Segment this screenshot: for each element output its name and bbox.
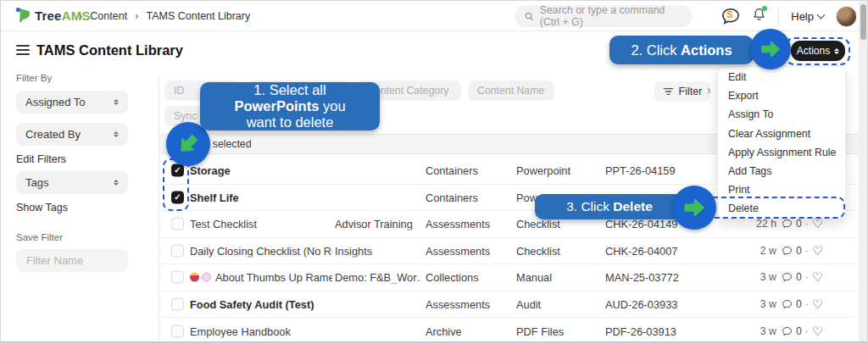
- step3-arrow-icon: [672, 186, 716, 230]
- save-filter-label: Save Filter: [16, 232, 63, 242]
- table-row[interactable]: Daily Closing Checklist (No RevInsightsA…: [159, 238, 861, 265]
- select-arrows-icon: [114, 131, 119, 137]
- row-social: 0·♡: [782, 325, 823, 338]
- hamburger-menu-icon[interactable]: [16, 45, 30, 55]
- scrollbar-thumb[interactable]: [860, 4, 866, 40]
- menu-item-edit[interactable]: Edit: [718, 68, 845, 86]
- row-name: Test Checklist: [190, 218, 332, 230]
- comment-icon[interactable]: [782, 299, 793, 309]
- row-social: 0·♡: [782, 217, 823, 230]
- filter-button[interactable]: Filter: [654, 81, 710, 102]
- ramen-emoji-icon: [190, 273, 211, 282]
- callout-step1: 1. Select all PowerPoints you want to de…: [200, 82, 380, 130]
- actions-dropdown-menu: EditExportAssign ToClear AssignmentApply…: [717, 66, 846, 219]
- chevron-right-icon[interactable]: ›: [707, 83, 711, 97]
- filter-chip[interactable]: Content Name: [468, 80, 554, 101]
- table-row[interactable]: Food Safety Audit (Test)AssessmentsAudit…: [159, 291, 861, 319]
- filter-lines-icon: [663, 86, 674, 97]
- row-name: Employee Handbook: [190, 325, 332, 337]
- heart-icon[interactable]: ♡: [812, 217, 823, 230]
- menu-item-add-tags[interactable]: Add Tags: [718, 162, 845, 180]
- row-social: 0·♡: [782, 244, 823, 258]
- delete-item-highlight: [705, 197, 845, 219]
- row-type: Powerpoint: [516, 164, 570, 177]
- row-category: Containers: [426, 164, 478, 177]
- help-menu[interactable]: Help: [791, 10, 824, 23]
- row-type: PDF Files: [516, 325, 564, 337]
- row-type: Checklist: [516, 218, 560, 230]
- assigned-to-select[interactable]: Assigned To: [16, 91, 128, 114]
- row-age: 2 w: [724, 245, 776, 257]
- heart-icon[interactable]: ♡: [812, 270, 823, 284]
- actions-button-highlight: [785, 37, 850, 65]
- row-checkbox[interactable]: [171, 271, 184, 284]
- breadcrumb: › Content › TAMS Content Library: [79, 9, 250, 22]
- row-social: 0·♡: [782, 270, 823, 284]
- filter-name-input[interactable]: Filter Name: [16, 249, 128, 272]
- row-checkbox[interactable]: [171, 244, 184, 257]
- row-folder: Demo: F&B_Wor…: [335, 271, 421, 284]
- edit-filters-link[interactable]: Edit Filters: [16, 153, 66, 165]
- tags-select[interactable]: Tags: [16, 171, 128, 194]
- comment-icon[interactable]: [782, 219, 793, 229]
- global-search-input[interactable]: Search or type a command (Ctrl + G): [515, 5, 693, 27]
- created-by-select[interactable]: Created By: [16, 123, 128, 146]
- row-type: Checklist: [516, 244, 560, 257]
- heart-icon[interactable]: ♡: [812, 297, 823, 311]
- heart-icon[interactable]: ♡: [812, 244, 823, 258]
- comment-count: 0: [796, 325, 802, 337]
- select-arrows-icon: [114, 180, 119, 186]
- row-id: CHK-26-04149: [605, 218, 677, 230]
- row-folder: Insights: [335, 244, 421, 257]
- notifications-bell-icon[interactable]: [752, 7, 766, 25]
- row-id: CHK-26-04007: [605, 244, 677, 257]
- row-age: 22 h: [724, 218, 776, 230]
- row-folder: Advisor Training: [335, 218, 421, 230]
- search-placeholder: Search or type a command (Ctrl + G): [540, 4, 682, 28]
- app-window: TreeAMS › Content › TAMS Content Library…: [0, 0, 868, 344]
- row-checkbox[interactable]: [171, 325, 184, 337]
- row-name: Shelf Life: [190, 191, 332, 203]
- menu-item-assign-to[interactable]: Assign To: [718, 105, 845, 124]
- row-category: Assessments: [426, 218, 490, 230]
- row-category: Containers: [426, 191, 478, 203]
- row-category: Archive: [426, 325, 462, 337]
- search-icon: [525, 11, 534, 22]
- row-id: MAN-25-03772: [605, 271, 679, 284]
- menu-item-clear-assignment[interactable]: Clear Assignment: [718, 125, 845, 143]
- header-divider: [778, 8, 779, 25]
- chat-icon[interactable]: S: [721, 7, 740, 25]
- menu-item-apply-assignment-rule[interactable]: Apply Assignment Rule: [718, 143, 845, 162]
- row-type: Audit: [516, 298, 541, 311]
- menu-item-export[interactable]: Export: [718, 86, 845, 105]
- table-row[interactable]: About Thumbs Up RamenDemo: F&B_Wor…Colle…: [159, 264, 861, 291]
- comment-icon[interactable]: [782, 326, 793, 336]
- chevron-down-icon: [817, 11, 826, 19]
- row-checkbox[interactable]: [171, 218, 184, 230]
- row-category: Assessments: [426, 244, 490, 257]
- checkboxes-highlight: [163, 158, 189, 211]
- row-type: Manual: [516, 271, 552, 284]
- heart-icon[interactable]: ♡: [812, 325, 823, 338]
- row-checkbox[interactable]: [171, 298, 184, 311]
- row-age: 3 w: [724, 298, 776, 310]
- breadcrumb-library[interactable]: TAMS Content Library: [146, 10, 250, 22]
- breadcrumb-content[interactable]: Content: [90, 10, 127, 22]
- comment-icon[interactable]: [782, 272, 793, 282]
- breadcrumb-chevron-icon: ›: [79, 9, 82, 22]
- callout-step3: 3. Click Delete: [535, 194, 684, 219]
- scrollbar-track[interactable]: [859, 1, 867, 344]
- row-id: AUD-26-03933: [605, 298, 677, 311]
- user-avatar[interactable]: [836, 6, 857, 27]
- row-name: Storage: [190, 164, 332, 177]
- top-header: TreeAMS › Content › TAMS Content Library…: [1, 1, 868, 31]
- comment-icon[interactable]: [782, 246, 793, 256]
- row-category: Collections: [426, 271, 479, 284]
- show-tags-link[interactable]: Show Tags: [16, 202, 68, 214]
- callout-step2: 2. Click Actions: [609, 36, 754, 64]
- logo-icon: [14, 6, 33, 25]
- table-row[interactable]: Employee HandbookArchivePDF FilesPDF-26-…: [159, 318, 861, 344]
- row-name: Food Safety Audit (Test): [190, 298, 332, 311]
- step2-arrow-icon: [750, 29, 791, 69]
- comment-count: 0: [796, 245, 802, 257]
